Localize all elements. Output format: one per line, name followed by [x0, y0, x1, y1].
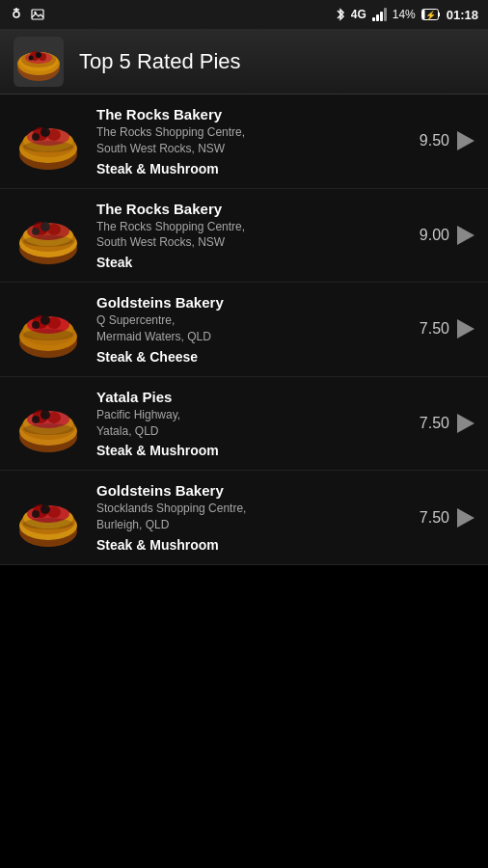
score-value: 7.50: [420, 509, 449, 527]
bluetooth-icon: [336, 8, 345, 21]
svg-point-46: [32, 321, 40, 329]
svg-point-16: [36, 52, 41, 58]
list-item[interactable]: Goldsteins Bakery Q Supercentre,Mermaid …: [0, 283, 488, 377]
bakery-address: Pacific Highway,Yatala, QLD: [96, 407, 406, 440]
usb-icon: [10, 8, 23, 21]
svg-point-55: [41, 410, 50, 420]
svg-point-65: [41, 504, 50, 514]
list-item[interactable]: The Rocks Bakery The Rocks Shopping Cent…: [0, 189, 488, 284]
svg-point-47: [23, 329, 73, 340]
navigate-button[interactable]: [457, 508, 474, 528]
svg-point-0: [14, 12, 19, 17]
network-label: 4G: [351, 8, 366, 21]
time-label: 01:18: [447, 8, 478, 22]
score-value: 7.50: [420, 415, 449, 432]
svg-point-67: [23, 518, 73, 529]
status-right-icons: 4G 14% ⚡ 01:18: [336, 8, 478, 22]
bakery-address: The Rocks Shopping Centre,South West Roc…: [96, 124, 406, 157]
bakery-name: Goldsteins Bakery: [96, 294, 406, 311]
svg-point-27: [23, 141, 73, 152]
svg-point-25: [41, 127, 50, 137]
pie-thumbnail: [14, 106, 83, 176]
header-pie-icon: [14, 37, 64, 87]
pie-thumbnail: [14, 201, 83, 270]
battery-label: 14%: [393, 8, 416, 21]
navigate-button[interactable]: [457, 131, 474, 150]
list-item[interactable]: Goldsteins Bakery Stocklands Shopping Ce…: [0, 471, 488, 565]
bakery-name: Yatala Pies: [96, 389, 406, 405]
status-left-icons: [10, 8, 44, 21]
item-score-section: 7.50: [420, 508, 474, 528]
svg-point-36: [32, 228, 40, 235]
svg-text:⚡: ⚡: [425, 10, 437, 20]
item-score-section: 7.50: [420, 319, 474, 339]
pie-type: Steak & Cheese: [96, 349, 406, 365]
signal-icon: [372, 8, 387, 21]
bakery-name: The Rocks Bakery: [96, 106, 406, 122]
list-item[interactable]: The Rocks Bakery The Rocks Shopping Cent…: [0, 95, 488, 189]
item-content: The Rocks Bakery The Rocks Shopping Cent…: [96, 201, 406, 271]
item-content: Goldsteins Bakery Q Supercentre,Mermaid …: [96, 294, 406, 365]
pie-type: Steak: [96, 255, 406, 270]
svg-point-56: [32, 416, 40, 423]
svg-point-17: [29, 55, 34, 60]
image-icon: [31, 9, 44, 20]
pie-thumbnail: [14, 294, 83, 364]
svg-point-26: [32, 133, 40, 141]
score-value: 7.50: [420, 320, 449, 338]
header-pie-image: [14, 37, 64, 87]
navigate-button[interactable]: [457, 226, 474, 245]
bakery-name: The Rocks Bakery: [96, 201, 406, 217]
status-bar: 4G 14% ⚡ 01:18: [0, 0, 488, 29]
svg-point-45: [41, 315, 50, 325]
item-score-section: 9.00: [420, 226, 474, 245]
bakery-name: Goldsteins Bakery: [96, 482, 406, 499]
page-header: Top 5 Rated Pies: [0, 29, 488, 95]
score-value: 9.00: [420, 227, 449, 244]
bakery-address: The Rocks Shopping Centre,South West Roc…: [96, 219, 406, 252]
navigate-button[interactable]: [457, 319, 474, 339]
bakery-address: Stocklands Shopping Centre,Burleigh, QLD: [96, 501, 406, 533]
pies-list: The Rocks Bakery The Rocks Shopping Cent…: [0, 95, 488, 565]
bakery-address: Q Supercentre,Mermaid Waters, QLD: [96, 312, 406, 345]
score-value: 9.50: [420, 132, 449, 149]
item-score-section: 9.50: [420, 131, 474, 150]
svg-point-37: [23, 235, 73, 247]
svg-point-57: [23, 423, 73, 435]
list-item[interactable]: Yatala Pies Pacific Highway,Yatala, QLD …: [0, 377, 488, 472]
navigate-button[interactable]: [457, 414, 474, 433]
item-content: Goldsteins Bakery Stocklands Shopping Ce…: [96, 482, 406, 553]
pie-thumbnail: [14, 483, 83, 553]
item-score-section: 7.50: [420, 414, 474, 433]
pie-type: Steak & Mushroom: [96, 161, 406, 176]
pie-thumbnail: [14, 389, 83, 458]
svg-point-35: [41, 222, 50, 231]
item-content: Yatala Pies Pacific Highway,Yatala, QLD …: [96, 389, 406, 459]
item-content: The Rocks Bakery The Rocks Shopping Cent…: [96, 106, 406, 176]
battery-icon: ⚡: [421, 9, 441, 20]
svg-rect-3: [32, 10, 43, 19]
pie-type: Steak & Mushroom: [96, 537, 406, 553]
pie-type: Steak & Mushroom: [96, 443, 406, 458]
page-title: Top 5 Rated Pies: [79, 49, 241, 74]
svg-point-66: [32, 510, 40, 518]
